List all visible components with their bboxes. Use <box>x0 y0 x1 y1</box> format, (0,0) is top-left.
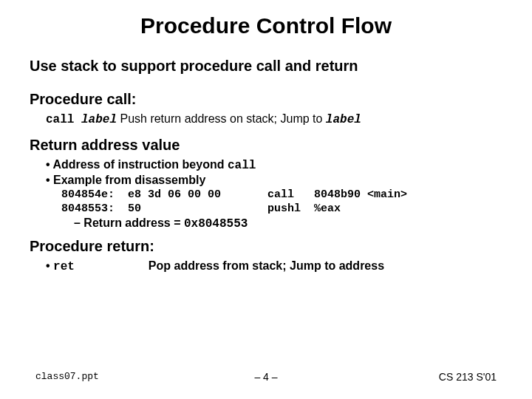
ret-row: ret Pop address from stack; Jump to addr… <box>30 259 502 273</box>
slide: Procedure Control Flow Use stack to supp… <box>0 0 532 399</box>
asm-line-1: 804854e: e8 3d 06 00 00 call 8048b90 <ma… <box>55 188 502 201</box>
heading-procedure-return: Procedure return: <box>30 238 502 255</box>
asm-line-2: 8048553: 50 pushl %eax <box>55 202 502 215</box>
ret-description: Pop address from stack; Jump to address <box>149 259 384 273</box>
code-ret: ret <box>53 260 75 273</box>
footer-right: CS 213 S'01 <box>439 371 497 383</box>
bullet-example: Example from disassembly <box>46 174 502 187</box>
heading-use-stack: Use stack to support procedure call and … <box>30 58 502 75</box>
dash-return-addr: Return address = 0x8048553 <box>74 216 502 231</box>
bullet-addr-beyond: Address of instruction beyond call <box>46 158 502 172</box>
code-call: call <box>46 113 81 126</box>
code-call-2: call <box>228 159 256 172</box>
text-return-addr: Return address = <box>83 216 184 229</box>
code-return-addr: 0x8048553 <box>184 217 248 231</box>
footer-left: class07.ppt <box>35 371 99 383</box>
slide-title: Procedure Control Flow <box>0 0 532 44</box>
ret-bullet: ret <box>46 259 75 273</box>
heading-return-value: Return address value <box>30 137 502 154</box>
code-label-2: label <box>326 113 361 126</box>
code-label: label <box>81 113 117 126</box>
text-push-return: Push return address on stack; Jump to <box>117 112 326 125</box>
call-description: call label Push return address on stack;… <box>46 112 502 126</box>
footer: class07.ppt – 4 – CS 213 S'01 <box>0 371 532 383</box>
text-addr-beyond: Address of instruction beyond <box>52 158 227 171</box>
heading-procedure-call: Procedure call: <box>30 91 502 108</box>
slide-body: Use stack to support procedure call and … <box>0 58 532 273</box>
